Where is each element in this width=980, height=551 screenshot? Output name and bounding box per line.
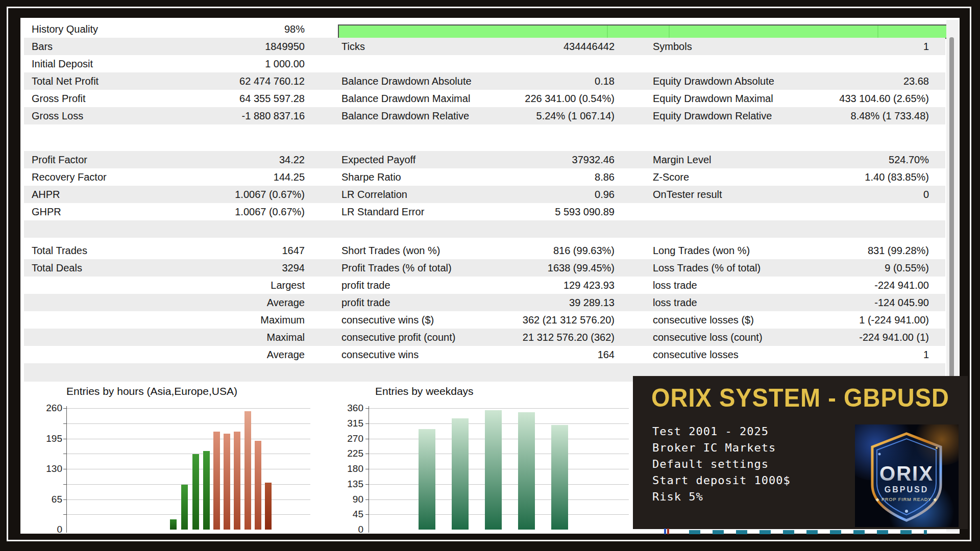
y-axis-label: 45	[333, 509, 363, 519]
stat-label: Loss Trades (% of total)	[653, 259, 761, 277]
stat-label: Equity Drawdown Absolute	[653, 72, 774, 90]
stat-value: 129 423.93	[564, 277, 615, 294]
stat-value: Maximal	[267, 329, 305, 346]
mini-mark-red	[667, 529, 669, 534]
gridline	[67, 408, 310, 409]
table-spacer-row	[24, 124, 945, 151]
y-axis-label: 225	[333, 448, 363, 459]
y-axis-label: 130	[32, 464, 62, 474]
table-row: GHPR1.0067 (0.67%)LR Standard Error5 593…	[24, 203, 945, 220]
stat-label: Total Deals	[32, 259, 82, 277]
stat-value: 9 (0.55%)	[885, 259, 929, 277]
y-axis-label: 315	[333, 418, 363, 429]
stat-value: -124 045.90	[874, 294, 929, 311]
bar	[203, 451, 210, 530]
table-row: Bars1849950Ticks434446442Symbols1	[24, 38, 945, 55]
table-row: Averageconsecutive wins164consecutive lo…	[24, 346, 945, 363]
stat-label: consecutive losses	[653, 346, 739, 363]
bar	[170, 519, 177, 530]
svg-text:GBPUSD: GBPUSD	[885, 485, 928, 494]
stat-label: loss trade	[653, 277, 697, 294]
stat-value: 1638 (99.45%)	[548, 259, 615, 277]
stat-label: LR Standard Error	[341, 203, 424, 220]
panel-line-risk: Risk 5%	[652, 490, 703, 503]
stat-value: 8.48% (1 733.48)	[851, 107, 929, 124]
mini-mark-blue	[664, 529, 666, 534]
stat-label: Balance Drawdown Absolute	[341, 72, 472, 90]
stat-value: 144.25	[274, 168, 305, 186]
table-spacer-row	[24, 220, 945, 238]
stat-label: Profit Trades (% of total)	[341, 259, 452, 277]
table-row: Profit Factor34.22Expected Payoff37932.4…	[24, 151, 945, 168]
stat-value: 1647	[282, 242, 305, 259]
stat-label: Bars	[32, 38, 53, 55]
bar	[452, 418, 469, 530]
stat-value: 816 (99.63%)	[553, 242, 615, 259]
stat-label: profit trade	[341, 277, 390, 294]
bar	[265, 483, 272, 530]
gridline	[67, 439, 310, 439]
stat-label: Ticks	[341, 38, 365, 55]
stat-label: GHPR	[32, 203, 61, 220]
table-row: Gross Loss-1 880 837.16Balance Drawdown …	[24, 107, 945, 124]
table-row: Initial Deposit1 000.00	[24, 55, 945, 72]
quality-bar-divider	[877, 26, 878, 38]
quality-bar-divider	[607, 26, 608, 38]
stat-value: 524.70%	[889, 151, 929, 168]
gridline	[369, 408, 629, 409]
gridline	[67, 454, 310, 454]
history-quality-bar	[338, 24, 952, 39]
shield-icon: ORIX GBPUSD ◆ PROP FIRM READY ◆	[855, 424, 959, 527]
gridline	[67, 469, 310, 469]
table-row: Gross Profit64 355 597.28Balance Drawdow…	[24, 90, 945, 107]
stat-label: Balance Drawdown Maximal	[341, 90, 470, 107]
stat-value: 5.24% (1 067.14)	[536, 107, 615, 124]
stat-label: consecutive loss (count)	[653, 329, 763, 346]
orix-shield-logo: ORIX GBPUSD ◆ PROP FIRM READY ◆	[855, 424, 959, 527]
y-axis-label: 195	[32, 434, 62, 444]
stat-label: Margin Level	[653, 151, 712, 168]
stat-value: 1.0067 (0.67%)	[235, 203, 305, 220]
stat-label: Gross Loss	[32, 107, 83, 124]
stat-value: 34.22	[279, 151, 305, 168]
panel-line-test: Test 2001 - 2025	[652, 425, 769, 438]
stat-label: Balance Drawdown Relative	[341, 107, 469, 124]
stat-label: Expected Payoff	[341, 151, 415, 168]
table-row: Averageprofit trade39 289.13loss trade-1…	[24, 294, 945, 311]
y-axis-label: 0	[32, 524, 62, 534]
stat-value: 23.68	[903, 72, 929, 90]
stat-value: -1 880 837.16	[242, 107, 305, 124]
stat-label: Recovery Factor	[32, 168, 107, 186]
stat-value: 226 341.00 (0.54%)	[525, 90, 615, 107]
stat-value: Average	[267, 346, 305, 363]
bar	[213, 432, 220, 530]
stat-value: 1	[923, 346, 929, 363]
table-row: Total Net Profit62 474 760.12Balance Dra…	[24, 72, 945, 90]
stat-label: loss trade	[653, 294, 697, 311]
svg-text:ORIX: ORIX	[879, 462, 934, 485]
stat-value: 362 (21 312 576.20)	[523, 311, 615, 329]
table-row: Total Deals3294Profit Trades (% of total…	[24, 259, 945, 277]
stat-value: 98%	[284, 20, 305, 38]
y-axis-label: 65	[32, 494, 62, 505]
stat-label: History Quality	[32, 20, 98, 38]
stat-label: consecutive losses ($)	[653, 311, 754, 329]
bar	[255, 441, 261, 530]
y-axis-label: 360	[333, 403, 363, 413]
stat-label: AHPR	[32, 186, 60, 203]
stat-label: Long Trades (won %)	[653, 242, 750, 259]
gridline	[67, 514, 310, 515]
stat-label: Total Trades	[32, 242, 87, 259]
bar	[244, 411, 251, 530]
svg-text:◆ PROP FIRM READY ◆: ◆ PROP FIRM READY ◆	[875, 497, 937, 502]
stat-value: 37932.46	[572, 151, 615, 168]
stat-value: 0.18	[595, 72, 615, 90]
bar	[234, 432, 240, 530]
stat-value: 0	[923, 186, 929, 203]
bar	[485, 410, 502, 530]
y-axis-label: 260	[32, 403, 62, 413]
table-row: Maximumconsecutive wins ($)362 (21 312 5…	[24, 311, 945, 329]
bar	[551, 425, 568, 530]
bar	[518, 412, 535, 530]
panel-line-settings: Default settings	[652, 458, 769, 470]
